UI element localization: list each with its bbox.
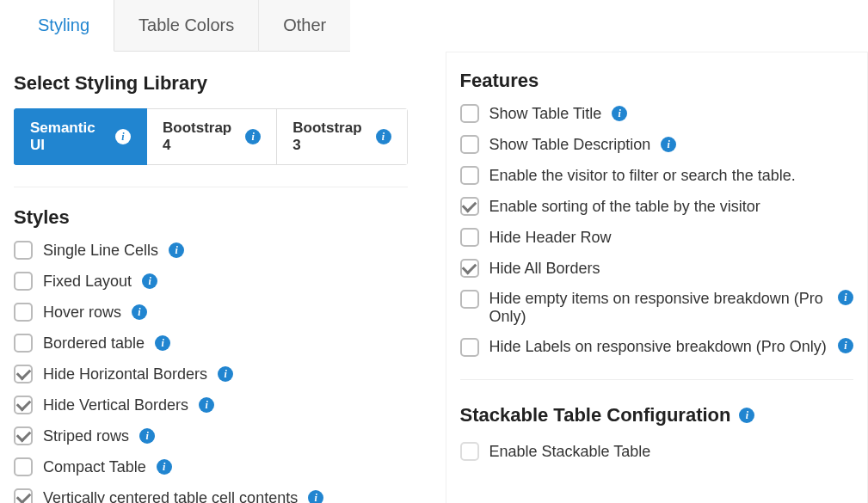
feature-row-enable-sorting-of-the-table-by-the-visit: Enable sorting of the table by the visit… xyxy=(460,197,854,216)
tab-styling[interactable]: Styling xyxy=(14,0,114,52)
stackable-row-enable-stackable-table: Enable Stackable Table xyxy=(460,442,854,461)
features-heading: Features xyxy=(460,70,854,92)
feature-row-show-table-title: Show Table Titlei xyxy=(460,104,854,123)
info-icon[interactable]: i xyxy=(142,273,157,289)
library-button-group: Semantic UI i Bootstrap 4 i Bootstrap 3 … xyxy=(14,108,408,166)
checkbox-compact-table[interactable] xyxy=(14,457,33,476)
style-row-fixed-layout: Fixed Layouti xyxy=(14,272,408,291)
checkbox-single-line-cells[interactable] xyxy=(14,241,33,260)
checkbox-label: Hide All Borders xyxy=(489,260,600,278)
stackable-list: Enable Stackable Table xyxy=(460,442,854,461)
stackable-heading-text: Stackable Table Configuration xyxy=(460,404,731,426)
checkbox-label: Show Table Description xyxy=(489,136,651,154)
info-icon[interactable]: i xyxy=(661,137,676,152)
feature-row-hide-labels-on-responsive-breakdown-pro-: Hide Labels on responsive breakdown (Pro… xyxy=(460,338,854,357)
checkbox-vertically-centered-table-cell-contents[interactable] xyxy=(14,488,33,503)
info-icon[interactable]: i xyxy=(376,129,391,144)
style-row-striped-rows: Striped rowsi xyxy=(14,426,408,445)
checkbox-show-table-description[interactable] xyxy=(460,135,479,154)
checkbox-hide-all-borders[interactable] xyxy=(460,259,479,278)
stackable-heading: Stackable Table Configuration i xyxy=(460,404,854,426)
features-list: Show Table TitleiShow Table Descriptioni… xyxy=(460,104,854,357)
style-row-single-line-cells: Single Line Cellsi xyxy=(14,241,408,260)
checkbox-show-table-title[interactable] xyxy=(460,104,479,123)
info-icon[interactable]: i xyxy=(218,366,233,382)
checkbox-label: Enable sorting of the table by the visit… xyxy=(489,198,760,216)
checkbox-label: Bordered table xyxy=(43,334,145,353)
info-icon[interactable]: i xyxy=(132,304,147,320)
library-bootstrap-4[interactable]: Bootstrap 4 i xyxy=(147,108,277,165)
checkbox-label: Hide empty items on responsive breakdown… xyxy=(489,290,828,326)
tabs: Styling Table Colors Other xyxy=(14,0,408,52)
checkbox-hide-labels-on-responsive-breakdown-pro-[interactable] xyxy=(460,338,479,357)
library-label: Semantic UI xyxy=(30,120,108,154)
style-row-hover-rows: Hover rowsi xyxy=(14,303,408,322)
feature-row-hide-header-row: Hide Header Row xyxy=(460,228,854,247)
style-row-compact-table: Compact Tablei xyxy=(14,457,408,476)
checkbox-label: Hide Vertical Borders xyxy=(43,396,188,414)
select-library-heading: Select Styling Library xyxy=(14,72,408,95)
library-bootstrap-3[interactable]: Bootstrap 3 i xyxy=(277,108,407,165)
style-row-bordered-table: Bordered tablei xyxy=(14,334,408,353)
info-icon[interactable]: i xyxy=(115,129,131,144)
divider xyxy=(14,187,408,187)
library-semantic-ui[interactable]: Semantic UI i xyxy=(14,108,147,165)
style-row-vertically-centered-table-cell-contents: Vertically centered table cell contentsi xyxy=(14,488,408,503)
info-icon[interactable]: i xyxy=(838,338,853,353)
tab-table-colors[interactable]: Table Colors xyxy=(114,0,259,52)
checkbox-label: Vertically centered table cell contents xyxy=(43,489,298,504)
checkbox-label: Enable the visitor to filter or search t… xyxy=(489,167,796,185)
library-label: Bootstrap 3 xyxy=(292,120,368,154)
feature-row-hide-empty-items-on-responsive-breakdown: Hide empty items on responsive breakdown… xyxy=(460,290,854,326)
checkbox-enable-sorting-of-the-table-by-the-visit[interactable] xyxy=(460,197,479,216)
style-row-hide-horizontal-borders: Hide Horizontal Bordersi xyxy=(14,365,408,383)
checkbox-enable-stackable-table[interactable] xyxy=(460,442,479,461)
info-icon[interactable]: i xyxy=(739,408,754,423)
checkbox-hide-horizontal-borders[interactable] xyxy=(14,365,33,383)
checkbox-bordered-table[interactable] xyxy=(14,334,33,353)
info-icon[interactable]: i xyxy=(308,490,323,503)
info-icon[interactable]: i xyxy=(169,242,184,258)
library-label: Bootstrap 4 xyxy=(163,120,238,154)
checkbox-striped-rows[interactable] xyxy=(14,426,33,445)
info-icon[interactable]: i xyxy=(245,129,261,144)
info-icon[interactable]: i xyxy=(612,106,627,121)
info-icon[interactable]: i xyxy=(838,290,853,305)
checkbox-label: Compact Table xyxy=(43,458,146,476)
styles-list: Single Line CellsiFixed LayoutiHover row… xyxy=(14,241,408,503)
info-icon[interactable]: i xyxy=(199,397,214,413)
checkbox-label: Show Table Title xyxy=(489,105,602,123)
style-row-hide-vertical-borders: Hide Vertical Bordersi xyxy=(14,396,408,414)
feature-row-hide-all-borders: Hide All Borders xyxy=(460,259,854,278)
checkbox-fixed-layout[interactable] xyxy=(14,272,33,291)
checkbox-hide-vertical-borders[interactable] xyxy=(14,396,33,414)
info-icon[interactable]: i xyxy=(155,335,170,351)
tab-other[interactable]: Other xyxy=(259,0,350,52)
checkbox-hover-rows[interactable] xyxy=(14,303,33,322)
checkbox-label: Fixed Layout xyxy=(43,273,132,291)
feature-row-show-table-description: Show Table Descriptioni xyxy=(460,135,854,154)
checkbox-label: Hover rows xyxy=(43,304,121,322)
feature-row-enable-the-visitor-to-filter-or-search-t: Enable the visitor to filter or search t… xyxy=(460,166,854,185)
divider xyxy=(460,379,854,380)
checkbox-label: Striped rows xyxy=(43,427,129,445)
checkbox-label: Hide Header Row xyxy=(489,229,612,247)
styles-heading: Styles xyxy=(14,206,408,229)
checkbox-hide-empty-items-on-responsive-breakdown[interactable] xyxy=(460,290,479,309)
checkbox-label: Hide Horizontal Borders xyxy=(43,365,207,383)
checkbox-enable-the-visitor-to-filter-or-search-t[interactable] xyxy=(460,166,479,185)
checkbox-label: Enable Stackable Table xyxy=(489,443,651,461)
checkbox-label: Hide Labels on responsive breakdown (Pro… xyxy=(489,338,828,356)
checkbox-label: Single Line Cells xyxy=(43,242,158,260)
info-icon[interactable]: i xyxy=(139,428,155,444)
checkbox-hide-header-row[interactable] xyxy=(460,228,479,247)
info-icon[interactable]: i xyxy=(157,459,172,475)
